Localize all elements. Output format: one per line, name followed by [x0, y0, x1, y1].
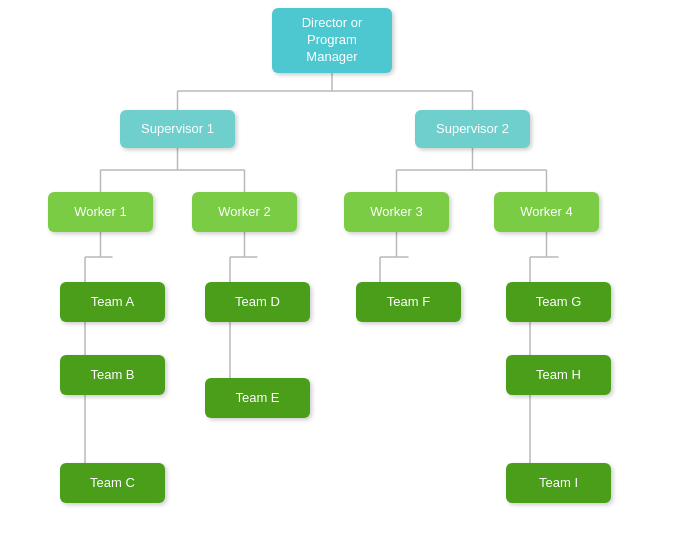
- worker1-label: Worker 1: [74, 204, 127, 221]
- team-a-label: Team A: [91, 294, 134, 311]
- team-g-node: Team G: [506, 282, 611, 322]
- worker4-node: Worker 4: [494, 192, 599, 232]
- director-label: Director or Program Manager: [302, 15, 363, 66]
- team-h-label: Team H: [536, 367, 581, 384]
- worker3-node: Worker 3: [344, 192, 449, 232]
- worker4-label: Worker 4: [520, 204, 573, 221]
- team-a-node: Team A: [60, 282, 165, 322]
- team-b-node: Team B: [60, 355, 165, 395]
- supervisor2-label: Supervisor 2: [436, 121, 509, 138]
- team-h-node: Team H: [506, 355, 611, 395]
- supervisor1-label: Supervisor 1: [141, 121, 214, 138]
- team-d-node: Team D: [205, 282, 310, 322]
- worker1-node: Worker 1: [48, 192, 153, 232]
- supervisor2-node: Supervisor 2: [415, 110, 530, 148]
- team-c-node: Team C: [60, 463, 165, 503]
- team-f-node: Team F: [356, 282, 461, 322]
- team-e-node: Team E: [205, 378, 310, 418]
- worker3-label: Worker 3: [370, 204, 423, 221]
- worker2-node: Worker 2: [192, 192, 297, 232]
- team-i-node: Team I: [506, 463, 611, 503]
- director-node: Director or Program Manager: [272, 8, 392, 73]
- team-f-label: Team F: [387, 294, 430, 311]
- team-g-label: Team G: [536, 294, 582, 311]
- team-b-label: Team B: [90, 367, 134, 384]
- worker2-label: Worker 2: [218, 204, 271, 221]
- team-c-label: Team C: [90, 475, 135, 492]
- team-d-label: Team D: [235, 294, 280, 311]
- team-e-label: Team E: [235, 390, 279, 407]
- team-i-label: Team I: [539, 475, 578, 492]
- supervisor1-node: Supervisor 1: [120, 110, 235, 148]
- org-chart: Director or Program Manager Supervisor 1…: [0, 0, 674, 548]
